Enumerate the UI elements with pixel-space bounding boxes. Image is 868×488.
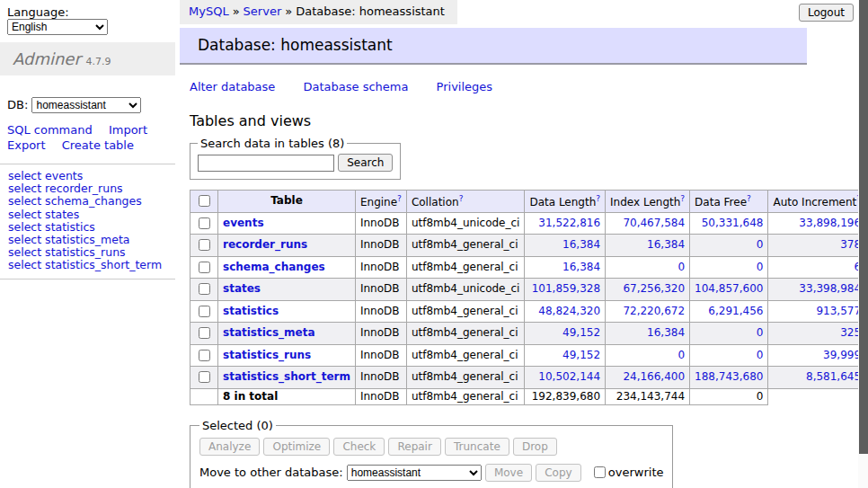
index-length-link[interactable]: 0 — [678, 261, 685, 273]
auto-increment-link[interactable]: 8,581,645 — [806, 370, 861, 383]
repair-button[interactable]: Repair — [388, 438, 440, 456]
data-free-link[interactable]: 104,857,600 — [695, 282, 763, 295]
row-check-cell — [190, 344, 218, 367]
index-length-link[interactable]: 0 — [678, 349, 685, 361]
language-select[interactable]: English — [7, 19, 108, 35]
search-button[interactable]: Search — [338, 154, 393, 172]
col-header-index-length: Index Length? — [606, 191, 690, 213]
row-checkbox[interactable] — [199, 371, 210, 383]
sidebar-item-select-statistics[interactable]: select statistics — [8, 221, 167, 234]
sidebar-item-select-statistics-runs[interactable]: select statistics_runs — [8, 246, 167, 259]
breadcrumb-mysql-link[interactable]: MySQL — [189, 4, 229, 18]
copy-button[interactable]: Copy — [536, 464, 580, 482]
table-link[interactable]: statistics_short_term — [223, 370, 350, 383]
data-free-link[interactable]: 0 — [757, 238, 764, 251]
table-row: states InnoDB utf8mb4_unicode_ci 101,859… — [190, 279, 868, 301]
data-length-link[interactable]: 16,384 — [562, 238, 600, 251]
sidebar-item-select-states[interactable]: select states — [8, 209, 167, 221]
table-link[interactable]: recorder_runs — [223, 238, 307, 251]
data-length-link[interactable]: 101,859,328 — [532, 282, 600, 295]
data-length-link[interactable]: 16,384 — [562, 261, 600, 273]
table-link[interactable]: statistics_runs — [223, 349, 311, 361]
sidebar-item-select-statistics-meta[interactable]: select statistics_meta — [8, 234, 167, 246]
engine-help-link[interactable]: ? — [397, 194, 402, 203]
data-free-link[interactable]: 188,743,680 — [695, 370, 763, 383]
row-checkbox[interactable] — [199, 239, 210, 251]
row-checkbox[interactable] — [199, 283, 210, 295]
sidebar-item-select-statistics-short-term[interactable]: select statistics_short_term — [8, 259, 167, 271]
index-length-help-link[interactable]: ? — [680, 194, 685, 203]
sidebar-item-select-schema-changes[interactable]: select schema_changes — [8, 195, 167, 208]
sql-command-link[interactable]: SQL command — [7, 123, 93, 137]
optimize-button[interactable]: Optimize — [263, 438, 330, 456]
data-length-link[interactable]: 31,522,816 — [538, 217, 600, 229]
table-link[interactable]: statistics — [223, 305, 279, 317]
move-db-select[interactable]: homeassistant — [347, 465, 482, 481]
database-schema-link[interactable]: Database schema — [304, 80, 409, 93]
collation-help-link[interactable]: ? — [459, 194, 464, 203]
check-button[interactable]: Check — [333, 438, 385, 456]
export-link[interactable]: Export — [7, 138, 46, 152]
sidebar-item-select-events[interactable]: select events — [8, 170, 167, 182]
truncate-button[interactable]: Truncate — [445, 438, 509, 456]
table-link[interactable]: events — [223, 217, 264, 229]
overwrite-checkbox[interactable] — [594, 466, 606, 478]
index-length-link[interactable]: 72,220,672 — [623, 305, 685, 317]
collation-cell: utf8mb4_unicode_ci — [406, 212, 525, 235]
scrollbar[interactable] — [858, 0, 868, 488]
table-link[interactable]: states — [223, 282, 261, 295]
select-all-checkbox[interactable] — [199, 195, 210, 207]
auto-increment-link[interactable]: 913,577 — [816, 305, 861, 317]
create-table-link-sidebar[interactable]: Create table — [62, 138, 134, 152]
adminer-logo-link[interactable]: Adminer — [13, 49, 81, 68]
row-check-cell — [190, 235, 218, 257]
db-select[interactable]: homeassistant — [31, 97, 141, 113]
move-button[interactable]: Move — [485, 464, 532, 482]
auto-increment-link[interactable]: 39,999 — [823, 349, 861, 361]
analyze-button[interactable]: Analyze — [199, 438, 260, 456]
breadcrumb-server-link[interactable]: Server — [244, 4, 282, 18]
row-checkbox[interactable] — [199, 262, 210, 273]
auto-increment-link[interactable]: 33,398,984 — [799, 282, 861, 295]
drop-button[interactable]: Drop — [513, 438, 557, 456]
search-input[interactable] — [198, 155, 334, 172]
language-row: Language: English — [0, 0, 175, 40]
scrollbar-thumb[interactable] — [859, 0, 868, 454]
index-length-link[interactable]: 67,256,320 — [623, 282, 685, 295]
data-free-link[interactable]: 6,291,456 — [708, 305, 763, 317]
data-free-link[interactable]: 0 — [757, 261, 764, 273]
row-checkbox[interactable] — [199, 350, 210, 361]
data-free-link[interactable]: 0 — [757, 349, 764, 361]
data-length-help-link[interactable]: ? — [596, 194, 600, 203]
table-link[interactable]: schema_changes — [223, 261, 325, 273]
data-length-link[interactable]: 49,152 — [562, 349, 600, 361]
row-checkbox[interactable] — [199, 217, 210, 229]
data-free-link[interactable]: 50,331,648 — [702, 217, 764, 229]
data-length-link[interactable]: 10,502,144 — [538, 370, 600, 383]
col-header-data-length: Data Length? — [525, 191, 606, 213]
auto-increment-link[interactable]: 33,898,196 — [799, 217, 861, 229]
logout-button[interactable]: Logout — [799, 4, 854, 22]
data-length-link[interactable]: 49,152 — [562, 326, 600, 339]
index-length-link[interactable]: 16,384 — [647, 238, 685, 251]
row-check-cell — [190, 279, 218, 301]
index-length-link[interactable]: 24,166,400 — [623, 370, 685, 383]
data-length-link[interactable]: 48,824,320 — [538, 305, 600, 317]
row-checkbox[interactable] — [199, 306, 210, 317]
overwrite-label: overwrite — [608, 466, 664, 479]
alter-database-link[interactable]: Alter database — [190, 80, 275, 93]
breadcrumb-separator: » — [285, 4, 292, 18]
db-row: DB: homeassistant — [7, 97, 168, 113]
privileges-link[interactable]: Privileges — [437, 80, 493, 93]
import-link[interactable]: Import — [109, 123, 147, 137]
index-length-link[interactable]: 16,384 — [647, 326, 685, 339]
col-header-collation: Collation? — [406, 191, 525, 213]
table-link[interactable]: statistics_meta — [223, 326, 315, 339]
data-free-help-link[interactable]: ? — [747, 194, 751, 203]
data-free-link[interactable]: 0 — [757, 326, 764, 339]
col-header-data-length-label: Data Length — [529, 196, 596, 209]
index-length-link[interactable]: 70,467,584 — [623, 217, 685, 229]
sidebar-item-select-recorder-runs[interactable]: select recorder_runs — [8, 182, 167, 195]
search-fieldset: Search data in tables (8) Search — [190, 137, 401, 180]
row-checkbox[interactable] — [199, 327, 210, 339]
